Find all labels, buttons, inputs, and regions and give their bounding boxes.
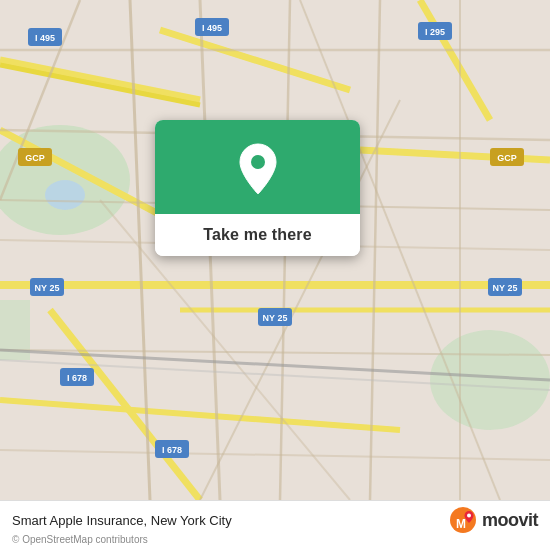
svg-text:NY 25: NY 25 — [263, 313, 288, 323]
card-action[interactable]: Take me there — [155, 214, 360, 256]
moovit-text: moovit — [482, 510, 538, 531]
svg-point-54 — [467, 514, 471, 518]
card-header — [155, 120, 360, 214]
svg-text:I 295: I 295 — [425, 27, 445, 37]
svg-point-4 — [45, 180, 85, 210]
location-pin-icon — [236, 142, 280, 196]
svg-text:I 495: I 495 — [202, 23, 222, 33]
svg-text:I 678: I 678 — [162, 445, 182, 455]
svg-point-52 — [251, 155, 265, 169]
svg-text:I 678: I 678 — [67, 373, 87, 383]
map-container: I 495 I 495 I 295 GCP GCP NY 25 NY 25 NY… — [0, 0, 550, 500]
svg-text:GCP: GCP — [497, 153, 517, 163]
copyright-text: © OpenStreetMap contributors — [12, 534, 538, 545]
bottom-content: Smart Apple Insurance, New York City M m… — [12, 506, 538, 545]
svg-text:NY 25: NY 25 — [493, 283, 518, 293]
svg-text:GCP: GCP — [25, 153, 45, 163]
svg-text:M: M — [456, 517, 466, 531]
bottom-bar: Smart Apple Insurance, New York City M m… — [0, 500, 550, 550]
location-name: Smart Apple Insurance, New York City — [12, 513, 449, 528]
take-me-there-button[interactable]: Take me there — [203, 226, 312, 243]
location-card: Take me there — [155, 120, 360, 256]
svg-text:NY 25: NY 25 — [35, 283, 60, 293]
svg-text:I 495: I 495 — [35, 33, 55, 43]
moovit-brand-icon: M — [449, 506, 477, 534]
bottom-row: Smart Apple Insurance, New York City M m… — [12, 506, 538, 534]
moovit-logo: M moovit — [449, 506, 538, 534]
